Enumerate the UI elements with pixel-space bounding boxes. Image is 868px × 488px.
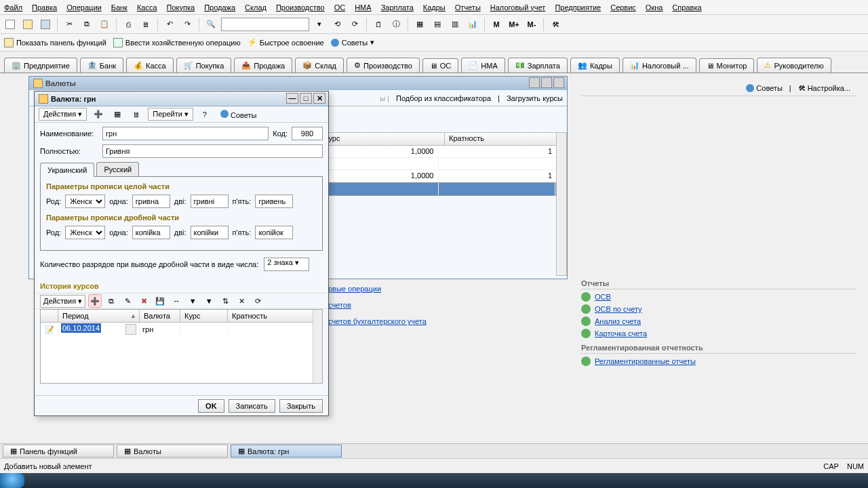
tab-purchase[interactable]: 🛒Покупка — [176, 58, 232, 73]
link-regl-reports[interactable]: Регламентированные отчеты — [595, 357, 696, 365]
calendar-icon[interactable] — [125, 324, 136, 335]
m-minus-button[interactable]: M- — [524, 17, 539, 32]
period-cell[interactable]: 06.10.2014 — [58, 323, 140, 336]
tab-salary[interactable]: 💵Зарплата — [508, 58, 568, 73]
col-rate[interactable]: Курс — [320, 133, 445, 145]
enter-operation-button[interactable]: Ввести хозяйственную операцию — [113, 38, 241, 47]
col-period[interactable]: Период▲ — [58, 310, 140, 322]
maximize-icon[interactable]: □ — [300, 93, 312, 104]
copy-row-icon[interactable]: ⧉ — [104, 294, 118, 308]
cut-icon[interactable]: ✂ — [62, 17, 77, 32]
new-icon[interactable] — [3, 17, 18, 32]
move-icon[interactable]: ↔ — [170, 294, 183, 308]
link-first-ops[interactable]: рвые операции — [298, 285, 570, 293]
task-panel[interactable]: ▦Панель функций — [3, 445, 114, 458]
actions-dropdown[interactable]: Действия ▾ — [39, 108, 87, 121]
menu-help[interactable]: Справка — [672, 3, 701, 12]
nav-back-icon[interactable]: ⟲ — [330, 17, 344, 32]
tips-button[interactable]: Советы — [216, 108, 261, 121]
frac-five-input[interactable] — [255, 226, 293, 239]
tab-os[interactable]: 🖥ОС — [422, 58, 459, 73]
print-preview-icon[interactable]: 🗎 — [138, 17, 153, 32]
frac-one-input[interactable] — [132, 226, 170, 239]
task-currencies[interactable]: ▦Валюты — [117, 445, 228, 458]
col-mult[interactable]: Кратность — [228, 310, 322, 322]
table-row[interactable]: 1,0000 1 — [319, 170, 557, 182]
col-currency[interactable]: Валюта — [140, 310, 180, 322]
col-marker[interactable] — [41, 310, 58, 322]
tab-enterprise[interactable]: 🏢Предприятие — [4, 58, 77, 73]
whole-gender-select[interactable]: Женск — [65, 195, 105, 208]
table-row[interactable]: 1,0000 1 — [319, 146, 557, 158]
chart-icon[interactable]: ▥ — [448, 17, 462, 32]
currency-cell[interactable]: грн — [140, 324, 180, 335]
menu-os[interactable]: ОС — [334, 3, 346, 12]
menu-tax[interactable]: Налоговый учет — [490, 3, 546, 12]
search-icon[interactable]: 🔍 — [203, 17, 218, 32]
start-button[interactable] — [0, 473, 24, 488]
whole-two-input[interactable] — [191, 195, 229, 208]
menu-bank[interactable]: Банк — [111, 3, 127, 12]
menu-file[interactable]: Файл — [4, 3, 22, 12]
save-icon[interactable] — [38, 17, 53, 32]
menu-warehouse[interactable]: Склад — [245, 3, 267, 12]
menu-hr[interactable]: Кадры — [423, 3, 446, 12]
nav-fwd-icon[interactable]: ⟳ — [347, 17, 362, 32]
tab-production[interactable]: ⚙Производство — [347, 58, 420, 73]
menu-enterprise[interactable]: Предприятие — [555, 3, 601, 12]
menu-windows[interactable]: Окна — [646, 3, 663, 12]
close-icon[interactable] — [553, 77, 564, 88]
tab-nma[interactable]: 📄НМА — [461, 58, 505, 73]
col-rate[interactable]: Курс — [180, 310, 228, 322]
link-account-analysis[interactable]: Анализ счета — [595, 317, 641, 325]
tab-ukrainian[interactable]: Украинский — [40, 163, 94, 177]
scrollbar[interactable] — [313, 310, 322, 383]
menu-purchase[interactable]: Покупка — [167, 3, 195, 12]
settings-icon[interactable]: 🛠 — [548, 17, 563, 32]
table-row[interactable] — [319, 158, 557, 170]
menu-service[interactable]: Сервис — [610, 3, 636, 12]
ok-button[interactable]: OK — [198, 399, 224, 413]
filter-icon[interactable]: ▼ — [186, 294, 199, 308]
save-icon[interactable]: ▦ — [110, 107, 125, 122]
menu-reports[interactable]: Отчеты — [455, 3, 481, 12]
load-rates-button[interactable]: Загрузить курсы — [507, 94, 563, 102]
table-row-selected[interactable] — [319, 182, 557, 196]
link-account-card[interactable]: Карточка счета — [595, 329, 647, 338]
m-button[interactable]: M — [489, 17, 504, 32]
link-osv[interactable]: ОСВ — [595, 293, 611, 301]
sort-icon[interactable]: ⇅ — [218, 294, 232, 308]
add-row-icon[interactable]: ➕ — [88, 294, 102, 308]
list-icon[interactable]: 🗎 — [129, 107, 144, 122]
close-icon[interactable]: ✕ — [313, 93, 326, 104]
tab-bank[interactable]: 🏦Банк — [80, 58, 123, 73]
filter2-icon[interactable]: ▼ — [202, 294, 216, 308]
menu-cash[interactable]: Касса — [137, 3, 157, 12]
tab-monitor[interactable]: 🖥Монитор — [699, 58, 755, 73]
info-icon[interactable]: ⓘ — [389, 17, 403, 32]
tab-tax[interactable]: 📊Налоговый ... — [623, 58, 696, 73]
paste-icon[interactable]: 📋 — [97, 17, 112, 32]
whole-five-input[interactable] — [255, 195, 293, 208]
quick-start-button[interactable]: ⚡Быстрое освоение — [248, 38, 324, 47]
open-icon[interactable] — [20, 17, 35, 32]
full-input[interactable] — [102, 144, 323, 158]
calc-icon[interactable]: 🗒 — [371, 17, 386, 32]
tips-button[interactable]: Советы ▾ — [331, 38, 374, 47]
frac-two-input[interactable] — [191, 226, 229, 239]
history-row[interactable]: 📝 06.10.2014 грн — [41, 323, 322, 336]
currencies-title-bar[interactable]: Валюты — [29, 77, 567, 90]
print-icon[interactable]: ⎙ — [121, 17, 136, 32]
mult-cell[interactable] — [228, 328, 322, 331]
redo-icon[interactable]: ↷ — [180, 17, 195, 32]
task-currency[interactable]: ▦Валюта: грн — [231, 445, 342, 458]
frac-gender-select[interactable]: Женск — [65, 226, 105, 239]
edit-row-icon[interactable]: ✎ — [121, 294, 134, 308]
menu-operations[interactable]: Операции — [66, 3, 101, 12]
scrollbar[interactable] — [556, 132, 567, 276]
whole-one-input[interactable] — [132, 195, 170, 208]
menu-nma[interactable]: НМА — [355, 3, 371, 12]
dialog-title-bar[interactable]: Валюта: грн — □ ✕ — [35, 92, 328, 106]
tab-manager[interactable]: ⚠Руководителю — [757, 58, 831, 73]
hist-actions-dropdown[interactable]: Действия ▾ — [40, 295, 85, 308]
